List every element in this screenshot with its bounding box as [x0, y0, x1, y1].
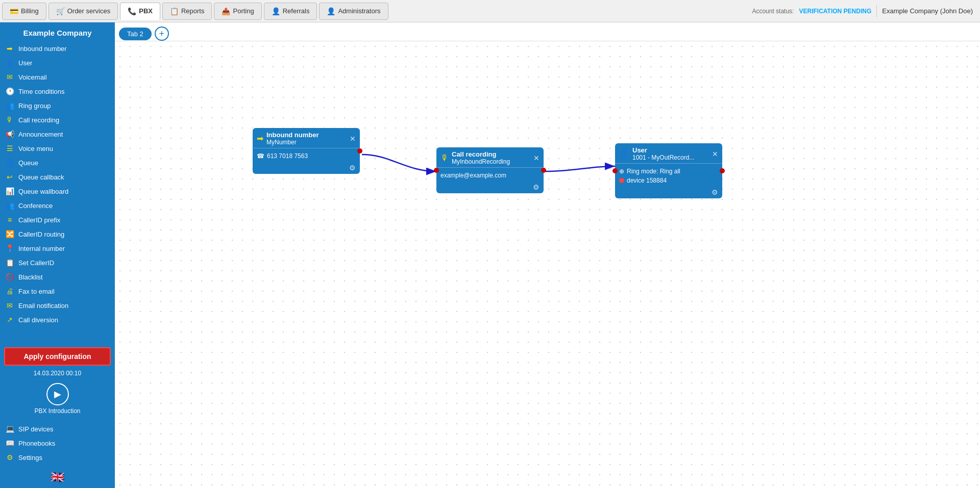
- pbx-icon: 📞: [128, 7, 136, 15]
- sidebar-item-queue-wallboard[interactable]: 📊 Queue wallboard: [0, 184, 115, 198]
- queue-callback-icon: ↩: [5, 173, 14, 181]
- user-node-subtitle: 1001 - MyOutRecord...: [632, 154, 694, 161]
- sidebar-item-callerid-routing[interactable]: 🔀 CallerID routing: [0, 227, 115, 241]
- account-name[interactable]: Example Company (John Doe): [882, 7, 973, 15]
- inbound-number-icon: ➡: [5, 44, 14, 53]
- nav-pbx[interactable]: 📞 PBX: [120, 3, 160, 20]
- sidebar-item-voice-menu[interactable]: ☰ Voice menu: [0, 141, 115, 156]
- call-diversion-icon: ↗: [5, 316, 14, 324]
- device-status-dot: [619, 178, 624, 183]
- billing-icon: 💳: [10, 7, 18, 15]
- nav-right: Account status: VERIFICATION PENDING Exa…: [752, 5, 978, 17]
- inbound-number-node-subtitle: MyNumber: [266, 139, 319, 146]
- email-icon: ✉: [5, 301, 14, 310]
- ring-group-icon: 👥: [5, 101, 14, 110]
- account-status-label: Account status:: [752, 8, 794, 15]
- call-recording-gear-icon[interactable]: ⚙: [533, 183, 540, 191]
- user-right-connector[interactable]: [720, 168, 725, 173]
- sidebar-item-queue[interactable]: 👤 Queue: [0, 156, 115, 170]
- sidebar-item-fax-to-email[interactable]: 🖨 Fax to email: [0, 284, 115, 298]
- nav-administrators[interactable]: 👤 Administrators: [319, 3, 388, 20]
- ring-mode-icon: ⊕: [619, 168, 624, 175]
- call-recording-left-connector[interactable]: [434, 168, 439, 173]
- call-recording-email: example@example.com: [440, 172, 506, 179]
- sidebar-item-announcement[interactable]: 📢 Announcement: [0, 127, 115, 141]
- callerid-prefix-icon: ≡: [5, 216, 14, 224]
- callerid-routing-icon: 🔀: [5, 230, 14, 238]
- sidebar-item-sip-devices[interactable]: 💻 SIP devices: [0, 422, 115, 436]
- apply-config-button[interactable]: Apply configuration: [4, 347, 111, 366]
- sidebar-item-phonebooks[interactable]: 📖 Phonebooks: [0, 436, 115, 450]
- company-name: Example Company: [0, 22, 115, 41]
- fax-icon: 🖨: [5, 287, 14, 295]
- queue-icon: 👤: [5, 159, 14, 167]
- referrals-icon: 👤: [272, 7, 280, 15]
- sidebar-item-user[interactable]: 👤 User: [0, 56, 115, 70]
- sidebar-item-email-notification[interactable]: ✉ Email notification: [0, 298, 115, 313]
- nav-reports[interactable]: 📋 Reports: [162, 3, 212, 20]
- top-nav: 💳 Billing 🛒 Order services 📞 PBX 📋 Repor…: [0, 0, 980, 22]
- sidebar-item-time-conditions[interactable]: 🕐 Time conditions: [0, 84, 115, 98]
- sip-devices-icon: 💻: [5, 425, 14, 433]
- call-recording-right-connector[interactable]: [541, 168, 546, 173]
- sidebar-item-internal-number[interactable]: 📍 Internal number: [0, 241, 115, 255]
- inbound-number-body: ☎ 613 7018 7563: [253, 148, 360, 163]
- phone-icon: ☎: [257, 152, 264, 160]
- time-conditions-icon: 🕐: [5, 87, 14, 95]
- tab-2[interactable]: Tab 2: [119, 28, 152, 40]
- sidebar-item-call-recording[interactable]: 🎙 Call recording: [0, 113, 115, 127]
- inbound-right-connector[interactable]: [357, 148, 362, 153]
- call-recording-node-icon: 🎙: [440, 153, 449, 163]
- set-callerid-icon: 📋: [5, 259, 14, 267]
- announcement-icon: 📢: [5, 130, 14, 138]
- sidebar-item-voicemail[interactable]: ✉ Voicemail: [0, 70, 115, 84]
- call-recording-node[interactable]: 🎙 Call recording MyInboundRecording ✕ ex…: [436, 147, 544, 193]
- sidebar-bottom-items: 💻 SIP devices 📖 Phonebooks ⚙ Settings: [0, 420, 115, 467]
- inbound-number-gear-icon[interactable]: ⚙: [349, 164, 356, 172]
- nav-order-services[interactable]: 🛒 Order services: [48, 3, 118, 20]
- play-button[interactable]: ▶: [46, 383, 69, 405]
- inbound-number-close-button[interactable]: ✕: [350, 135, 356, 143]
- nav-porting[interactable]: 📤 Porting: [214, 3, 261, 20]
- user-device: device 158884: [627, 177, 667, 184]
- inbound-number-node[interactable]: ➡ Inbound number MyNumber ✕ ☎ 613 7018 7…: [253, 128, 360, 174]
- sidebar-item-ring-group[interactable]: 👥 Ring group: [0, 98, 115, 113]
- call-recording-body: example@example.com: [436, 168, 544, 182]
- sidebar-item-conference[interactable]: 👥 Conference: [0, 198, 115, 213]
- nav-referrals[interactable]: 👤 Referrals: [264, 3, 317, 20]
- user-icon: 👤: [5, 59, 14, 67]
- nav-billing[interactable]: 💳 Billing: [2, 3, 46, 20]
- user-left-connector[interactable]: [612, 168, 618, 173]
- sidebar-item-callerid-prefix[interactable]: ≡ CallerID prefix: [0, 213, 115, 227]
- voice-menu-icon: ☰: [5, 144, 14, 152]
- flag-icon: 🇬🇧: [0, 467, 115, 488]
- call-recording-close-button[interactable]: ✕: [533, 154, 540, 162]
- sidebar-item-inbound-number[interactable]: ➡ Inbound number: [0, 41, 115, 56]
- sidebar-scroll: ➡ Inbound number 👤 User ✉ Voicemail 🕐 Ti…: [0, 41, 115, 344]
- voicemail-icon: ✉: [5, 73, 14, 81]
- add-tab-button[interactable]: +: [155, 27, 169, 41]
- sidebar-item-settings[interactable]: ⚙ Settings: [0, 450, 115, 465]
- queue-wallboard-icon: 📊: [5, 187, 14, 195]
- sidebar-item-blacklist[interactable]: 🚫 Blacklist: [0, 270, 115, 284]
- pbx-intro-section: ▶ PBX Introduction: [0, 381, 115, 420]
- inbound-number-node-icon: ➡: [257, 134, 263, 143]
- blacklist-icon: 🚫: [5, 273, 14, 281]
- user-node-icon: 👤: [619, 149, 629, 159]
- sidebar: Example Company ➡ Inbound number 👤 User …: [0, 22, 115, 488]
- user-close-button[interactable]: ✕: [712, 150, 718, 158]
- internal-number-icon: 📍: [5, 244, 14, 252]
- sidebar-item-call-diversion[interactable]: ↗ Call diversion: [0, 313, 115, 327]
- user-ring-mode: Ring mode: Ring all: [627, 168, 680, 175]
- user-gear-icon[interactable]: ⚙: [712, 188, 718, 196]
- canvas-area[interactable]: ➡ Inbound number MyNumber ✕ ☎ 613 7018 7…: [115, 41, 980, 488]
- sidebar-item-set-callerid[interactable]: 📋 Set CallerID: [0, 255, 115, 270]
- call-recording-node-title: Call recording: [452, 150, 510, 158]
- user-node-body: ⊕ Ring mode: Ring all device 158884: [615, 164, 722, 187]
- sidebar-item-queue-callback[interactable]: ↩ Queue callback: [0, 170, 115, 184]
- inbound-number-node-title: Inbound number: [266, 131, 319, 139]
- user-node[interactable]: 👤 User 1001 - MyOutRecord... ✕ ⊕ Ring mo…: [615, 143, 722, 198]
- user-node-title: User: [632, 146, 694, 154]
- conference-icon: 👥: [5, 201, 14, 210]
- verification-status: VERIFICATION PENDING: [799, 8, 871, 15]
